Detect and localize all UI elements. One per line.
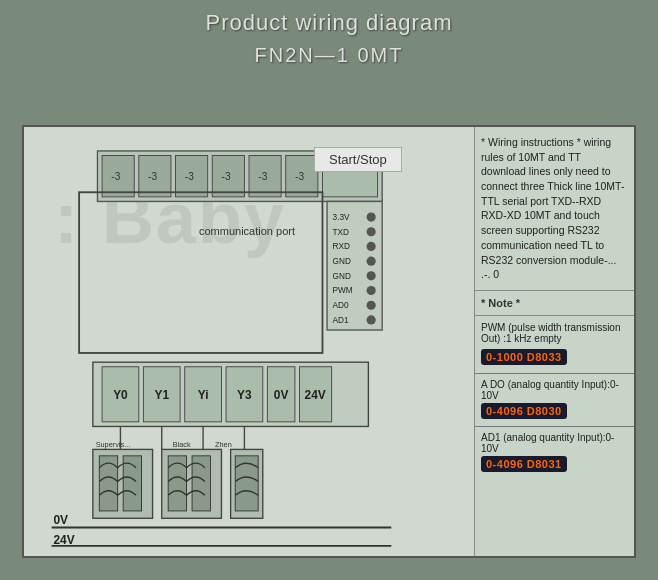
svg-text:Supervis...: Supervis... [96,440,131,449]
svg-rect-49 [168,456,186,511]
svg-text:Y1: Y1 [154,388,169,402]
svg-point-19 [367,271,376,280]
svg-text:PWM: PWM [333,286,353,295]
svg-text:Black: Black [173,440,191,449]
svg-text:GND: GND [333,272,351,281]
svg-text:AD0: AD0 [333,301,349,310]
start-stop-button[interactable]: Start/Stop [314,147,402,172]
ad1-title: AD1 (analog quantity Input):0-10V [481,432,628,454]
pwm-section: PWM (pulse width transmission Out) :1 kH… [475,316,634,374]
ad1-register-badge: 0-4096 D8031 [481,456,567,472]
svg-text:Zhen: Zhen [215,440,232,449]
note-label: * Note * [481,297,628,309]
pwm-register-badge: 0-1000 D8033 [481,349,567,365]
svg-text:-3: -3 [148,171,157,182]
svg-text:TXD: TXD [333,228,350,237]
svg-point-17 [367,242,376,251]
svg-point-18 [367,257,376,266]
svg-point-22 [367,315,376,324]
svg-text:AD1: AD1 [333,316,349,325]
ado-title: A DO (analog quantity Input):0-10V [481,379,628,401]
page-title: Product wiring diagram [0,10,658,36]
svg-text:-3: -3 [295,171,304,182]
ado-register-badge: 0-4096 D8030 [481,403,567,419]
svg-text:GND: GND [333,257,351,266]
comm-port-label: communication port [199,225,295,237]
svg-text:24V: 24V [305,388,326,402]
svg-rect-46 [99,456,117,511]
svg-text:-3: -3 [258,171,267,182]
svg-text:Y3: Y3 [237,388,252,402]
wiring-instructions: * Wiring instructions * wiring rules of … [475,127,634,291]
header: Product wiring diagram FN2N—1 0MT [0,0,658,67]
svg-text:-3: -3 [111,171,120,182]
page-subtitle: FN2N—1 0MT [0,44,658,67]
svg-rect-31 [79,192,322,353]
svg-text:RXD: RXD [333,242,350,251]
svg-text:0V: 0V [274,388,289,402]
svg-text:24V: 24V [53,533,74,547]
ado-section: A DO (analog quantity Input):0-10V 0-409… [475,374,634,427]
svg-text:3.3V: 3.3V [333,213,350,222]
svg-point-15 [367,212,376,221]
diagram-container: : Baby Start/Stop communication port -3 … [22,125,636,558]
ad1-section: AD1 (analog quantity Input):0-10V 0-4096… [475,427,634,479]
svg-point-16 [367,227,376,236]
pwm-title: PWM (pulse width transmission Out) :1 kH… [481,322,628,344]
svg-text:Yi: Yi [198,388,209,402]
note-section: * Note * [475,291,634,316]
page-container: Product wiring diagram FN2N—1 0MT : Baby… [0,0,658,580]
svg-point-20 [367,286,376,295]
svg-text:-3: -3 [185,171,194,182]
svg-text:-3: -3 [222,171,231,182]
svg-text:Y0: Y0 [113,388,128,402]
svg-text:0V: 0V [53,513,68,527]
wiring-diagram-svg: -3 -3 -3 -3 -3 -3 3.3V TXD RXD GND GND P… [24,127,474,556]
svg-rect-52 [235,456,258,511]
svg-point-21 [367,301,376,310]
right-panel: * Wiring instructions * wiring rules of … [474,127,634,556]
